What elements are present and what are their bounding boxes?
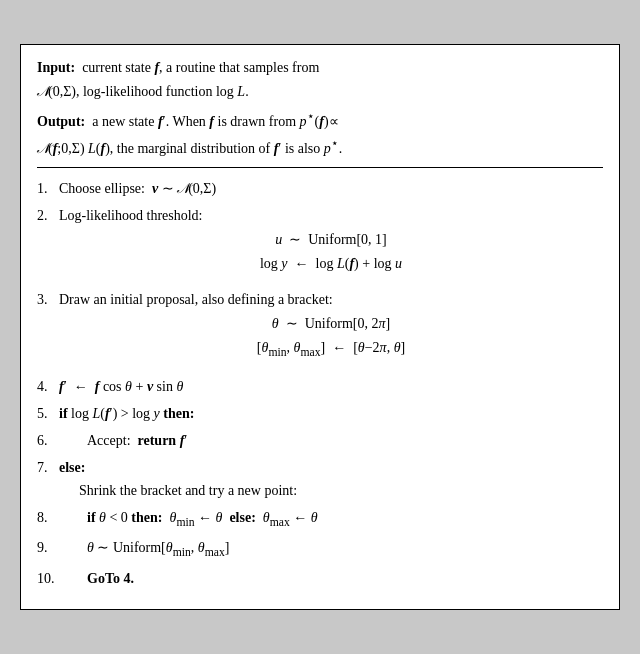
- step-8-content: if θ < 0 then: θmin ← θ else: θmax ← θ: [59, 507, 603, 531]
- step-9-content: θ ∼ Uniform[θmin, θmax]: [59, 537, 603, 561]
- input-label: Input:: [37, 60, 75, 75]
- step-1: 1. Choose ellipse: ν ∼ 𝒩(0,Σ): [37, 178, 603, 199]
- step-7-text: else:: [59, 460, 85, 475]
- step-4-num: 4.: [37, 376, 59, 397]
- step-1-num: 1.: [37, 178, 59, 199]
- step-3-content: Draw an initial proposal, also defining …: [59, 289, 603, 364]
- step-9-text: θ ∼ Uniform[θmin, θmax]: [87, 540, 229, 555]
- input-section: Input: current state f, a routine that s…: [37, 57, 603, 102]
- step-1-text: Choose ellipse: ν ∼ 𝒩(0,Σ): [59, 181, 216, 196]
- steps-list: 1. Choose ellipse: ν ∼ 𝒩(0,Σ) 2. Log-lik…: [37, 178, 603, 589]
- step-4-text: f′ ← f cos θ + ν sin θ: [59, 379, 183, 394]
- step-3-math-1: θ ∼ Uniform[0, 2π]: [59, 313, 603, 334]
- step-10: 10. GoTo 4.: [37, 568, 603, 589]
- step-2-math-1: u ∼ Uniform[0, 1]: [59, 229, 603, 250]
- output-section: Output: a new state f′. When f is drawn …: [37, 108, 603, 158]
- step-3-num: 3.: [37, 289, 59, 310]
- output-label: Output:: [37, 114, 85, 129]
- step-10-text: GoTo 4.: [87, 571, 134, 586]
- output-line-2: 𝒩(f;0,Σ) L(f), the marginal distribution…: [37, 135, 603, 159]
- output-text-2: 𝒩(f;0,Σ) L(f), the marginal distribution…: [37, 141, 342, 156]
- step-9: 9. θ ∼ Uniform[θmin, θmax]: [37, 537, 603, 561]
- step-4-content: f′ ← f cos θ + ν sin θ: [59, 376, 603, 397]
- input-distribution: 𝒩(0,Σ), log-likelihood function log L.: [37, 84, 249, 99]
- step-7-shrink: Shrink the bracket and try a new point:: [59, 480, 603, 501]
- output-text-1: a new state f′. When f is drawn from p⋆(…: [89, 114, 339, 129]
- step-7-content: else: Shrink the bracket and try a new p…: [59, 457, 603, 501]
- step-10-content: GoTo 4.: [59, 568, 603, 589]
- input-line: Input: current state f, a routine that s…: [37, 57, 603, 78]
- input-line-2: 𝒩(0,Σ), log-likelihood function log L.: [37, 81, 603, 102]
- step-2: 2. Log-likelihood threshold: u ∼ Uniform…: [37, 205, 603, 277]
- step-6: 6. Accept: return f′: [37, 430, 603, 451]
- step-1-content: Choose ellipse: ν ∼ 𝒩(0,Σ): [59, 178, 603, 199]
- step-6-content: Accept: return f′: [59, 430, 603, 451]
- step-3-text: Draw an initial proposal, also defining …: [59, 292, 333, 307]
- divider: [37, 167, 603, 168]
- step-3: 3. Draw an initial proposal, also defini…: [37, 289, 603, 364]
- step-8-text: if θ < 0 then: θmin ← θ else: θmax ← θ: [87, 510, 318, 525]
- algorithm-box: Input: current state f, a routine that s…: [20, 44, 620, 609]
- step-4: 4. f′ ← f cos θ + ν sin θ: [37, 376, 603, 397]
- step-7-num: 7.: [37, 457, 59, 478]
- step-5-text: if log L(f′) > log y then:: [59, 406, 194, 421]
- step-2-content: Log-likelihood threshold: u ∼ Uniform[0,…: [59, 205, 603, 277]
- step-8-num: 8.: [37, 507, 59, 528]
- step-8: 8. if θ < 0 then: θmin ← θ else: θmax ← …: [37, 507, 603, 531]
- output-line-1: Output: a new state f′. When f is drawn …: [37, 108, 603, 132]
- step-2-num: 2.: [37, 205, 59, 226]
- step-5: 5. if log L(f′) > log y then:: [37, 403, 603, 424]
- step-2-math-2: log y ← log L(f) + log u: [59, 253, 603, 274]
- step-6-num: 6.: [37, 430, 59, 451]
- step-5-num: 5.: [37, 403, 59, 424]
- step-10-num: 10.: [37, 568, 59, 589]
- step-2-text: Log-likelihood threshold:: [59, 208, 202, 223]
- step-7: 7. else: Shrink the bracket and try a ne…: [37, 457, 603, 501]
- step-6-text: Accept: return f′: [87, 433, 187, 448]
- input-text: current state f, a routine that samples …: [79, 60, 320, 75]
- step-9-num: 9.: [37, 537, 59, 558]
- step-5-content: if log L(f′) > log y then:: [59, 403, 603, 424]
- step-3-math-2: [θmin, θmax] ← [θ−2π, θ]: [59, 337, 603, 361]
